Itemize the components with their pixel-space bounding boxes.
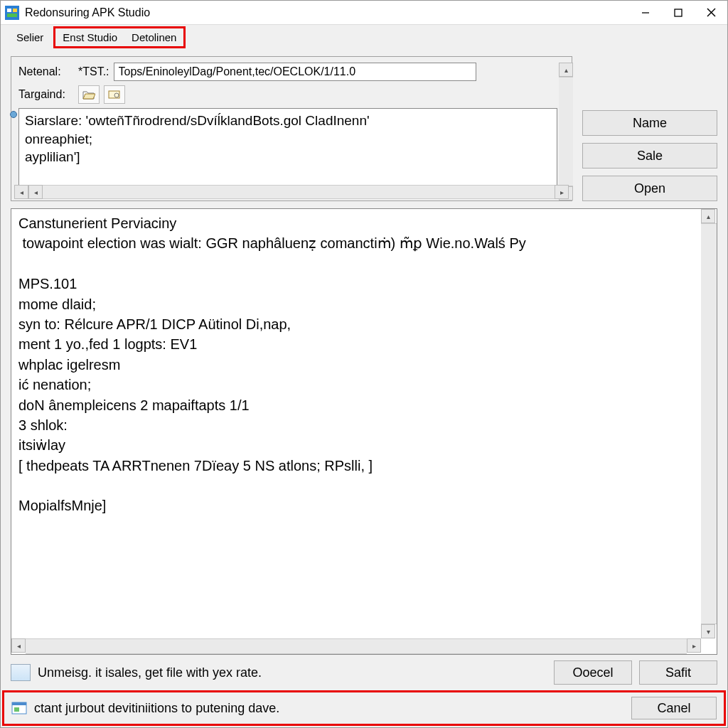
minimize-button[interactable] (629, 1, 662, 25)
svg-rect-0 (5, 6, 19, 20)
sale-button[interactable]: Sale (582, 143, 717, 168)
log-vscrollbar[interactable]: ▴ ▾ (701, 209, 717, 638)
scroll-right-inner-icon[interactable]: ▸ (555, 185, 569, 199)
snippet-box: Siarslare: 'owteñTñrodrend/sDvíĺklandBot… (18, 108, 557, 186)
netenal-prefix: *TST.: (78, 65, 109, 78)
svg-rect-3 (7, 14, 17, 17)
targaind-label: Targaind: (18, 88, 74, 101)
log-scroll-right-icon[interactable]: ▸ (687, 638, 701, 653)
folder-settings-icon[interactable] (104, 85, 125, 104)
top-panel: Netenal: *TST.: Targaind: Siarslare: 'ow… (11, 56, 717, 201)
side-button-column: Name Sale Open (582, 56, 717, 201)
scroll-left-outer-icon[interactable]: ◂ (14, 185, 28, 199)
config-panel: Netenal: *TST.: Targaind: Siarslare: 'ow… (11, 56, 572, 201)
log-scroll-up-icon[interactable]: ▴ (701, 209, 715, 223)
config-vscrollbar[interactable]: ▴ ▾ (559, 63, 573, 200)
menu-highlight-box: Enst Studio Detolinen (53, 26, 186, 48)
bottom-message: Unmeisg. it isales, get file with yex ra… (38, 665, 547, 680)
svg-rect-5 (675, 9, 682, 16)
maximize-button[interactable] (662, 1, 695, 25)
netenal-input[interactable] (114, 63, 476, 81)
name-button[interactable]: Name (582, 110, 717, 136)
log-text: Canstunerient Perviaciny towapoint elect… (11, 209, 717, 520)
scroll-up-icon[interactable]: ▴ (559, 63, 573, 77)
netenal-label: Netenal: (18, 65, 74, 78)
app-icon (5, 6, 19, 20)
content-area: Netenal: *TST.: Targaind: Siarslare: 'ow… (1, 49, 727, 655)
folder-open-icon[interactable] (78, 85, 100, 104)
log-hscrollbar[interactable]: ◂ ▸ (11, 638, 701, 654)
scroll-left-inner-icon[interactable]: ◂ (28, 185, 43, 199)
config-hscrollbar[interactable]: ◂ ◂ ▸ (14, 185, 569, 199)
svg-rect-11 (12, 702, 26, 705)
log-panel: Canstunerient Perviaciny towapoint elect… (11, 208, 717, 655)
svg-rect-2 (13, 9, 17, 12)
menu-selier[interactable]: Selier (9, 28, 50, 46)
menu-detolinen[interactable]: Detolinen (124, 28, 183, 46)
snippet-text: Siarslare: 'owteñTñrodrend/sDvíĺklandBot… (19, 109, 557, 169)
log-scroll-down-icon[interactable]: ▾ (701, 624, 715, 638)
svg-rect-1 (7, 9, 11, 12)
log-scroll-left-icon[interactable]: ◂ (11, 638, 26, 653)
info-icon (11, 664, 31, 681)
close-button[interactable] (695, 1, 727, 25)
status-text: ctant jurbout devitiniitions to putening… (34, 701, 624, 716)
app-window: Redonsuring APK Studio Selier Enst Studi… (0, 0, 728, 728)
titlebar: Redonsuring APK Studio (1, 1, 727, 25)
safit-button[interactable]: Safit (639, 660, 717, 685)
bottom-row: Unmeisg. it isales, get file with yex ra… (1, 655, 727, 690)
status-icon (11, 700, 27, 716)
window-title: Redonsuring APK Studio (25, 6, 150, 19)
menu-enst-studio[interactable]: Enst Studio (55, 28, 124, 46)
ooecel-button[interactable]: Ooecel (554, 660, 632, 685)
bullet-marker-icon (10, 111, 17, 118)
svg-rect-12 (14, 707, 19, 712)
menubar: Selier Enst Studio Detolinen (1, 25, 727, 49)
statusbar: ctant jurbout devitiniitions to putening… (2, 690, 726, 726)
open-button[interactable]: Open (582, 176, 717, 201)
cancel-button[interactable]: Canel (631, 697, 717, 719)
